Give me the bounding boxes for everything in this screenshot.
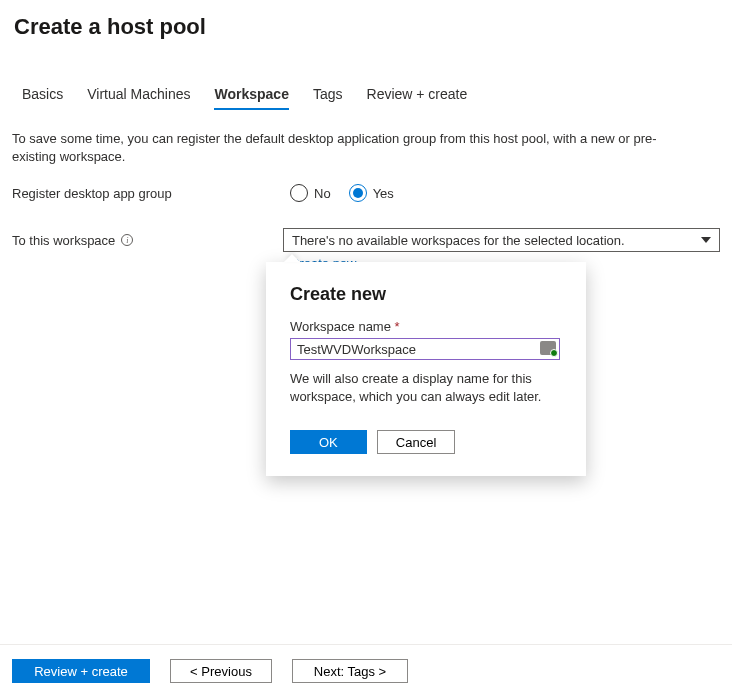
create-new-callout: Create new Workspace name * We will also… [266,262,586,476]
review-create-button[interactable]: Review + create [12,659,150,683]
workspace-name-label-text: Workspace name [290,319,391,334]
ok-button[interactable]: OK [290,430,367,454]
register-label-text: Register desktop app group [12,186,172,201]
tab-virtual-machines[interactable]: Virtual Machines [87,86,190,110]
workspace-dropdown[interactable]: There's no available workspaces for the … [283,228,720,252]
tab-workspace[interactable]: Workspace [214,86,288,110]
workspace-label-text: To this workspace [12,233,115,248]
workspace-name-input-wrap [290,338,560,360]
password-manager-icon[interactable] [540,341,556,355]
previous-button[interactable]: < Previous [170,659,272,683]
callout-help-text: We will also create a display name for t… [290,370,560,406]
radio-yes-label: Yes [373,186,394,201]
tab-review-create[interactable]: Review + create [367,86,468,110]
radio-yes-circle [349,184,367,202]
callout-title: Create new [290,284,562,305]
register-radio-group: No Yes [290,184,394,202]
tab-basics[interactable]: Basics [22,86,63,110]
radio-yes[interactable]: Yes [349,184,394,202]
info-icon[interactable]: i [121,234,133,246]
workspace-row: To this workspace i There's no available… [0,202,732,252]
callout-button-row: OK Cancel [290,430,562,454]
register-label: Register desktop app group [12,186,290,201]
radio-yes-dot [353,188,363,198]
tabs-bar: Basics Virtual Machines Workspace Tags R… [0,40,732,110]
chevron-down-icon [701,237,711,243]
page-title: Create a host pool [0,0,732,40]
intro-text: To save some time, you can register the … [0,110,710,166]
wizard-footer: Review + create < Previous Next: Tags > [0,644,732,693]
cancel-button[interactable]: Cancel [377,430,455,454]
radio-no[interactable]: No [290,184,331,202]
workspace-dropdown-text: There's no available workspaces for the … [292,233,625,248]
register-row: Register desktop app group No Yes [0,166,732,202]
workspace-label: To this workspace i [12,233,283,248]
workspace-name-input[interactable] [290,338,560,360]
workspace-name-label: Workspace name * [290,319,562,334]
tab-tags[interactable]: Tags [313,86,343,110]
radio-no-circle [290,184,308,202]
required-marker: * [395,319,400,334]
radio-no-label: No [314,186,331,201]
next-button[interactable]: Next: Tags > [292,659,408,683]
